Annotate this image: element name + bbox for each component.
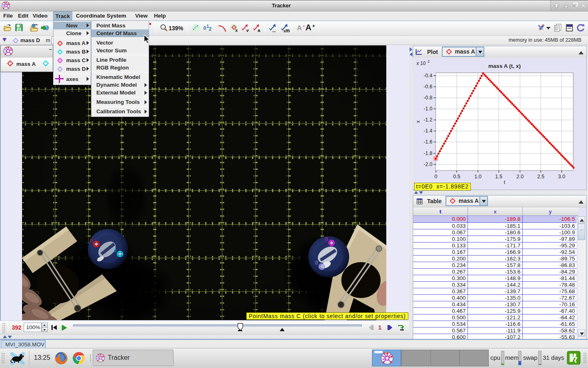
svg-text:mass A (t, x): mass A (t, x) [488, 63, 521, 69]
svg-text:2.5: 2.5 [537, 174, 544, 180]
svg-text:0: 0 [325, 236, 328, 242]
svg-text:x 10: x 10 [416, 61, 426, 66]
svg-text:1.5: 1.5 [495, 174, 502, 180]
svg-text:-1.2: -1.2 [423, 117, 432, 123]
svg-text:-1.6: -1.6 [423, 139, 432, 145]
svg-text:0: 0 [114, 247, 116, 253]
svg-text:0: 0 [90, 238, 93, 244]
svg-text:-1.0: -1.0 [423, 106, 432, 112]
svg-text:-2.0: -2.0 [423, 162, 432, 167]
svg-text:a: a [258, 28, 261, 33]
svg-text:-1.4: -1.4 [423, 128, 432, 134]
svg-text:0.5: 0.5 [453, 174, 460, 180]
svg-text:-1.8: -1.8 [423, 150, 432, 156]
svg-text:t: t [504, 180, 506, 185]
svg-text:-0.4: -0.4 [423, 73, 432, 79]
svg-text:-0.8: -0.8 [423, 95, 432, 101]
svg-text:-0.6: -0.6 [423, 84, 432, 90]
svg-text:1.0: 1.0 [474, 174, 481, 180]
svg-text:2: 2 [209, 26, 212, 32]
svg-text:v: v [246, 28, 249, 33]
svg-text:0: 0 [203, 25, 206, 31]
svg-text:0: 0 [315, 260, 318, 266]
svg-text:m: m [285, 28, 290, 34]
svg-text:x: x [415, 120, 421, 123]
svg-text:2.0: 2.0 [517, 174, 523, 180]
svg-text:2: 2 [428, 59, 430, 63]
svg-text:0: 0 [434, 174, 437, 180]
svg-text:x: x [235, 28, 238, 33]
svg-text:↔: ↔ [271, 28, 276, 34]
svg-text:3.0: 3.0 [558, 174, 565, 180]
